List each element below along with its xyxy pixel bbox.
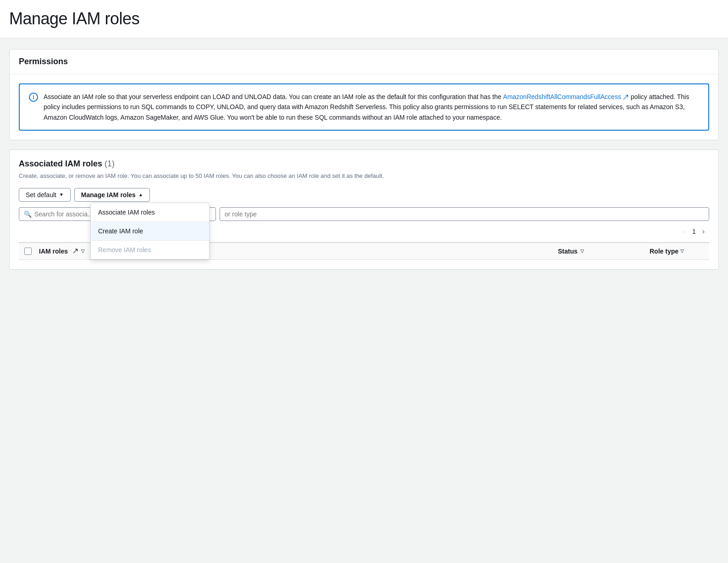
associated-count: (1) bbox=[105, 159, 115, 168]
info-text-content: Associate an IAM role so that your serve… bbox=[44, 92, 699, 122]
search-icon: 🔍 bbox=[24, 210, 32, 218]
iam-roles-external-icon bbox=[72, 248, 78, 254]
info-icon: i bbox=[29, 93, 38, 102]
role-type-column-header[interactable]: Role type ▽ bbox=[650, 248, 709, 255]
iam-roles-column-label: IAM roles bbox=[39, 248, 68, 255]
role-type-sort-icon: ▽ bbox=[680, 248, 684, 254]
prev-page-button[interactable]: ‹ bbox=[681, 226, 689, 237]
manage-iam-roles-label: Manage IAM roles bbox=[81, 191, 136, 199]
status-column-label: Status bbox=[558, 248, 578, 255]
page-number: 1 bbox=[692, 228, 696, 235]
manage-iam-roles-arrow-icon: ▲ bbox=[138, 192, 143, 197]
remove-iam-roles-item: Remove IAM roles bbox=[91, 241, 209, 259]
status-column-header[interactable]: Status ▽ bbox=[558, 248, 650, 255]
filter-input[interactable] bbox=[225, 210, 704, 218]
toolbar: Set default ▼ Manage IAM roles ▲ Associa… bbox=[19, 188, 709, 202]
external-link-icon bbox=[623, 94, 629, 100]
section-header: Permissions bbox=[10, 50, 718, 74]
permissions-section: Permissions i Associate an IAM role so t… bbox=[9, 49, 719, 140]
set-default-label: Set default bbox=[26, 191, 56, 199]
info-box: i Associate an IAM role so that your ser… bbox=[19, 83, 709, 131]
select-all-checkbox-cell[interactable] bbox=[19, 248, 37, 255]
create-iam-role-item[interactable]: Create IAM role bbox=[91, 222, 209, 241]
filter-box[interactable] bbox=[220, 207, 709, 221]
page-header: Manage IAM roles bbox=[0, 0, 728, 38]
set-default-arrow-icon: ▼ bbox=[59, 192, 64, 197]
manage-iam-roles-dropdown: Associate IAM roles Create IAM role Remo… bbox=[90, 203, 210, 259]
section-body: i Associate an IAM role so that your ser… bbox=[10, 74, 718, 140]
role-type-column-label: Role type bbox=[650, 248, 678, 255]
associate-iam-roles-item[interactable]: Associate IAM roles bbox=[91, 203, 209, 222]
associated-iam-roles-section: Associated IAM roles (1) Create, associa… bbox=[9, 149, 719, 270]
status-sort-icon: ▽ bbox=[580, 248, 584, 254]
page-title: Manage IAM roles bbox=[9, 9, 714, 28]
select-all-checkbox[interactable] bbox=[24, 248, 32, 255]
iam-roles-sort-icon: ▽ bbox=[81, 248, 85, 254]
page-content: Permissions i Associate an IAM role so t… bbox=[0, 38, 728, 281]
info-text-before: Associate an IAM role so that your serve… bbox=[44, 93, 503, 100]
set-default-button[interactable]: Set default ▼ bbox=[19, 188, 71, 202]
manage-iam-roles-button[interactable]: Manage IAM roles ▲ bbox=[74, 188, 150, 202]
permissions-title: Permissions bbox=[19, 57, 68, 66]
associated-title: Associated IAM roles (1) bbox=[19, 159, 709, 169]
associated-description: Create, associate, or remove an IAM role… bbox=[19, 171, 709, 181]
next-page-button[interactable]: › bbox=[700, 226, 707, 237]
amazon-redshift-link[interactable]: AmazonRedshiftAllCommandsFullAccess bbox=[503, 93, 621, 100]
